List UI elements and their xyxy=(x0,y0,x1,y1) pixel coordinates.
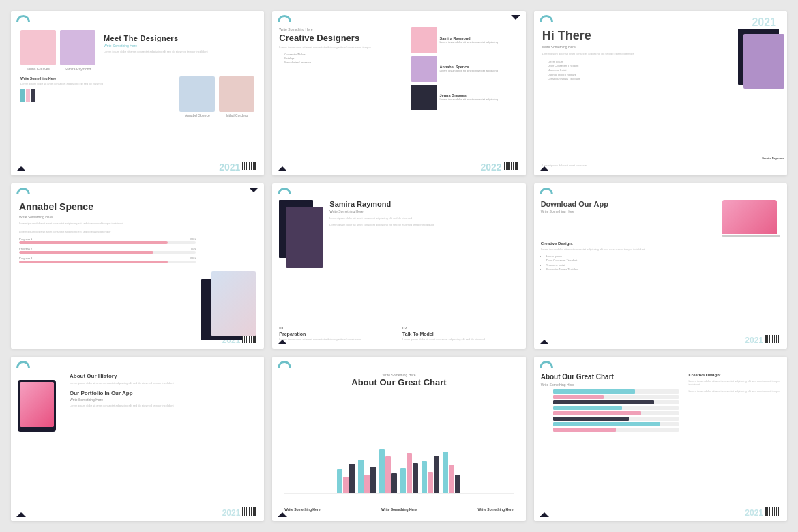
slide4-desc1: Lorem ipsum dolor sit amet consectet adi… xyxy=(19,222,196,226)
arc-accent-6 xyxy=(540,188,553,194)
step2-title: Talk To Model xyxy=(402,331,519,336)
slide7-hist-title: About Our History xyxy=(70,373,257,379)
slide2-title: Creative Designers xyxy=(279,33,405,43)
chart-label-2: Write Something Here xyxy=(381,507,417,512)
slide-hi-there: Hi There Write Something Here Lorem ipsu… xyxy=(534,11,787,175)
slide6-title: Download Our App xyxy=(541,200,718,208)
corner-triangle-9 xyxy=(540,512,549,517)
corner-tri-right-2 xyxy=(511,15,520,20)
barcode-2 xyxy=(504,162,518,170)
person-samira-desc: Lorem ipsum dolor sit amet consectet adi… xyxy=(440,40,498,44)
slide3-title: Hi There xyxy=(542,29,722,43)
slide-meet-designers: Jenna Greaves Samira Raymond Meet The De… xyxy=(11,11,264,175)
year-teal-3: 2021 xyxy=(752,16,776,29)
arc-accent-1 xyxy=(16,15,30,22)
slide-annabel-spence: Annabel Spence Write Something Here Lore… xyxy=(11,183,264,348)
slide1-title: Meet The Designers xyxy=(104,34,254,42)
chart-label-1: Write Something Here xyxy=(284,507,320,512)
slide1-desc: Lorem ipsum dolor sit amet consectet adi… xyxy=(104,50,254,54)
slide6-label: Creative Design: xyxy=(541,241,780,246)
barcode-9 xyxy=(765,507,779,516)
slide4-desc2: Lorem ipsum dolor sit amet consectet adi… xyxy=(19,230,196,234)
slide5-desc-right: Lorem ipsum dolor sit amet consectet adi… xyxy=(329,223,518,227)
slide5-name: Samira Raymond xyxy=(329,200,518,208)
slide9-title: About Our Great Chart xyxy=(541,373,679,381)
corner-triangle-3 xyxy=(540,166,549,171)
barcode-6 xyxy=(765,335,779,343)
name-irithal: Irithal Cordero xyxy=(226,113,248,117)
year-1: 2021 xyxy=(219,162,240,173)
slide-creative-designers: Write Something Here Creative Designers … xyxy=(272,11,525,175)
corner-triangle-6 xyxy=(540,340,549,344)
corner-triangle-7 xyxy=(16,512,26,517)
slide7-port-sub: Write Something Here xyxy=(70,398,257,402)
barcode-7 xyxy=(242,507,256,516)
slide7-port-desc: Lorem ipsum dolor sit amet consectet adi… xyxy=(70,404,257,408)
arc-accent-4 xyxy=(16,188,30,194)
arc-accent-2 xyxy=(278,15,291,22)
name-annabel: Annabel Spence xyxy=(185,113,210,117)
slide8-title: About Our Great Chart xyxy=(279,377,518,387)
year-6: 2021 xyxy=(745,334,763,346)
person-label-3: Samira Raymond xyxy=(762,156,784,160)
corner-tri-right-4 xyxy=(249,188,258,192)
slide6-desc: Lorem ipsum dolor sit amet consectet adi… xyxy=(541,248,780,252)
slide-about-history: About Our History Lorem ipsum dolor sit … xyxy=(11,357,264,521)
slide7-port-title: Our Portfolio In Our App xyxy=(70,390,257,396)
name-jenna: Jenna Greaves xyxy=(27,67,50,71)
step1-title: Preparation xyxy=(279,331,396,336)
corner-triangle-5 xyxy=(278,340,287,344)
arc-accent-7 xyxy=(16,361,30,368)
slide-download-app: Download Our App Write Something Here Cr… xyxy=(534,183,787,348)
step1-num: 01. xyxy=(279,326,396,330)
arc-accent-8 xyxy=(278,361,291,368)
chart-label-3: Write Something Here xyxy=(478,507,514,512)
arc-accent-5 xyxy=(278,188,291,194)
slide4-name: Annabel Spence xyxy=(19,201,196,213)
slide1-sub: Write Something Here xyxy=(104,44,254,48)
year-7: 2021 xyxy=(222,506,241,518)
name-samira: Samira Raymond xyxy=(65,67,91,71)
arc-accent-9 xyxy=(540,361,553,368)
slide9-label: Creative Design: xyxy=(688,373,780,377)
app-bullet-4: Consectur/Noluis Tincidunt xyxy=(546,267,780,271)
slide-samira-raymond: Samira Raymond Write Something Here Lore… xyxy=(272,183,525,348)
step2-desc: Lorem ipsum dolor sit amet consectet adi… xyxy=(402,338,519,342)
year-9: 2021 xyxy=(745,506,763,518)
corner-triangle-1 xyxy=(16,166,26,171)
slide7-hist-desc: Lorem ipsum dolor sit amet consectet adi… xyxy=(70,381,257,385)
slide-great-chart-bars: Write Something Here About Our Great Cha… xyxy=(272,357,525,521)
hi-bullet-5: Consectur/Noluis Tincidunt xyxy=(548,77,722,81)
step1-desc: Lorem ipsum dolor sit amet consectet adi… xyxy=(279,338,396,342)
person-jenna-desc: Lorem ipsum dolor sit amet consectet adi… xyxy=(440,98,498,101)
barcode-1 xyxy=(242,162,256,170)
step2-num: 02. xyxy=(402,326,519,330)
arc-accent-3 xyxy=(540,15,553,22)
bullet-3: New desired research xyxy=(284,61,405,65)
corner-triangle-8 xyxy=(278,512,287,517)
year-2: 2022 xyxy=(481,162,502,173)
slide5-desc-left: Lorem ipsum dolor sit amet consectet adi… xyxy=(329,216,518,220)
slide-great-chart-hbars: About Our Great Chart Write Something He… xyxy=(534,357,787,521)
person-annabel-desc: Lorem ipsum dolor sit amet consectet adi… xyxy=(440,69,498,72)
main-grid: Jenna Greaves Samira Raymond Meet The De… xyxy=(0,0,798,532)
corner-triangle-2 xyxy=(278,166,287,171)
